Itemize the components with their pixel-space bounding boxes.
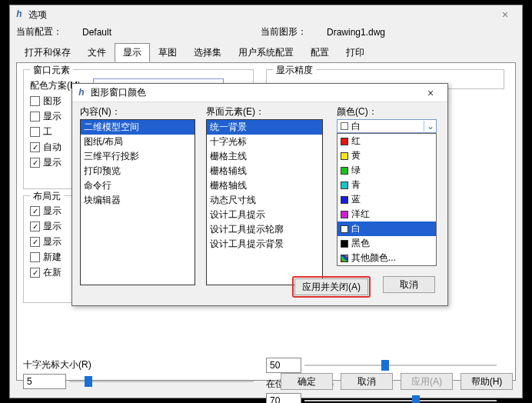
- chk-tool[interactable]: [30, 127, 40, 137]
- chk-layout-1[interactable]: [30, 206, 40, 216]
- color-swatch-icon: [341, 167, 348, 175]
- tab-drafting[interactable]: 草图: [150, 43, 185, 62]
- element-item[interactable]: 设计工具提示: [207, 208, 322, 222]
- color-option[interactable]: 青: [337, 178, 436, 192]
- element-item[interactable]: 设计工具提示轮廓: [207, 222, 322, 237]
- chk-layout-3[interactable]: [30, 237, 40, 247]
- element-item[interactable]: 设计工具提示背景: [207, 237, 322, 251]
- chk-layout-5[interactable]: [30, 268, 40, 278]
- color-current-text: 白: [351, 120, 424, 133]
- color-option[interactable]: 红: [337, 134, 436, 148]
- crosshair-area: 十字光标大小(R) 5: [23, 358, 254, 391]
- element-item[interactable]: 统一背景: [207, 120, 322, 135]
- more-colors-option[interactable]: 其他颜色...: [337, 251, 436, 265]
- chk-show[interactable]: [30, 112, 40, 122]
- inplace-slider[interactable]: [304, 394, 497, 403]
- ok-button[interactable]: 确定: [281, 373, 333, 390]
- crosshair-label: 十字光标大小(R): [23, 358, 254, 371]
- options-title: 选项: [28, 8, 491, 22]
- color-cancel-button[interactable]: 取消: [383, 276, 435, 293]
- display-precision-title: 显示精度: [273, 64, 316, 77]
- tab-profiles[interactable]: 配置: [302, 43, 337, 62]
- element-item[interactable]: 动态尺寸线: [207, 193, 322, 208]
- window-elements-title: 窗口元素: [30, 64, 73, 77]
- options-tabs: 打开和保存 文件 显示 草图 选择集 用户系统配置 配置 打印: [10, 43, 522, 62]
- chk-layout-4[interactable]: [30, 252, 40, 262]
- layout-elements-title: 布局元: [30, 190, 64, 203]
- color-dialog-title: 图形窗口颜色: [91, 86, 417, 99]
- color-option[interactable]: 白: [337, 221, 436, 236]
- tab-open-save[interactable]: 打开和保存: [16, 43, 79, 62]
- color-dialog: h 图形窗口颜色 × 内容(N)： 界面元素(E)： 颜色(C)： 二维模型空间…: [71, 83, 448, 306]
- color-option[interactable]: 黑色: [337, 236, 436, 251]
- chk-drawing-scroll[interactable]: [30, 96, 40, 106]
- close-icon[interactable]: ×: [491, 8, 519, 21]
- help-button[interactable]: 帮助(H): [461, 373, 513, 390]
- options-button-bar: 确定 取消 应用(A) 帮助(H): [281, 373, 513, 390]
- color-swatch-icon: [341, 240, 348, 248]
- app-logo-icon: h: [75, 87, 88, 99]
- color-option-label: 洋红: [351, 208, 370, 221]
- options-titlebar: h 选项 ×: [10, 5, 522, 24]
- color-swatch-icon: [341, 152, 348, 160]
- tab-selection[interactable]: 选择集: [185, 43, 230, 62]
- app-logo-icon: h: [13, 8, 25, 21]
- color-option-label: 黑色: [351, 237, 370, 250]
- color-option[interactable]: 蓝: [337, 192, 436, 207]
- tab-display[interactable]: 显示: [115, 43, 150, 62]
- element-item[interactable]: 十字光标: [207, 135, 322, 149]
- config-row: 当前配置： Default 当前图形： Drawing1.dwg: [10, 24, 522, 40]
- color-option-label: 绿: [351, 164, 361, 177]
- color-swatch-icon: [341, 225, 348, 233]
- color-option[interactable]: 黄: [337, 148, 436, 163]
- crosshair-slider[interactable]: [69, 375, 254, 388]
- chk-layout-2[interactable]: [30, 221, 40, 231]
- context-item[interactable]: 命令行: [81, 178, 195, 193]
- color-option-label: 黄: [351, 149, 361, 162]
- hidden-slider[interactable]: [304, 358, 497, 372]
- context-item[interactable]: 三维平行投影: [81, 149, 195, 164]
- profile-label: 当前配置：: [16, 25, 78, 38]
- chk-vis[interactable]: [30, 158, 40, 168]
- context-item[interactable]: 块编辑器: [81, 193, 195, 208]
- apply-button[interactable]: 应用(A): [401, 373, 453, 390]
- profile-value: Default: [82, 27, 213, 38]
- color-swatch-icon: [341, 196, 348, 204]
- color-option-label: 蓝: [351, 193, 361, 206]
- apply-close-button[interactable]: 应用并关闭(A): [294, 278, 368, 295]
- tab-plot[interactable]: 打印: [337, 43, 373, 62]
- apply-close-highlight: 应用并关闭(A): [292, 276, 371, 298]
- context-item[interactable]: 二维模型空间: [81, 120, 195, 135]
- color-current-swatch: [341, 122, 348, 130]
- hidden-num-input[interactable]: 50: [266, 358, 301, 373]
- crosshair-input[interactable]: 5: [23, 374, 66, 389]
- context-item[interactable]: 图纸/布局: [81, 135, 195, 149]
- element-listbox[interactable]: 统一背景十字光标栅格主线栅格辅线栅格轴线动态尺寸线设计工具提示设计工具提示轮廓设…: [206, 119, 323, 285]
- element-item[interactable]: 栅格主线: [207, 149, 322, 164]
- color-swatch-icon: [341, 211, 348, 218]
- inplace-input[interactable]: 70: [266, 393, 301, 403]
- color-option[interactable]: 洋红: [337, 207, 436, 221]
- context-item[interactable]: 打印预览: [81, 164, 195, 178]
- color-option-label: 青: [351, 178, 361, 192]
- tab-files[interactable]: 文件: [79, 43, 115, 62]
- chevron-down-icon[interactable]: ⌄: [424, 121, 436, 132]
- color-swatch-icon: [341, 182, 348, 189]
- color-option-label: 白: [351, 222, 361, 235]
- color-dropdown[interactable]: 红黄绿青蓝洋红白黑色其他颜色...: [337, 133, 437, 266]
- element-item[interactable]: 栅格轴线: [207, 178, 322, 193]
- close-icon[interactable]: ×: [417, 87, 444, 99]
- color-option[interactable]: 绿: [337, 163, 436, 178]
- context-label: 内容(N)：: [80, 105, 121, 118]
- color-combo[interactable]: 白 ⌄: [337, 119, 437, 133]
- context-listbox[interactable]: 二维模型空间图纸/布局三维平行投影打印预览命令行块编辑器: [80, 119, 195, 285]
- palette-icon: [341, 255, 348, 262]
- drawing-value: Drawing1.dwg: [327, 27, 457, 38]
- tab-user-prefs[interactable]: 用户系统配置: [230, 43, 302, 62]
- cancel-button[interactable]: 取消: [341, 373, 393, 390]
- chk-auto[interactable]: [30, 142, 40, 152]
- drawing-label: 当前图形：: [261, 25, 322, 38]
- color-label: 颜色(C)：: [337, 105, 377, 118]
- color-swatch-icon: [341, 138, 348, 145]
- element-item[interactable]: 栅格辅线: [207, 164, 322, 178]
